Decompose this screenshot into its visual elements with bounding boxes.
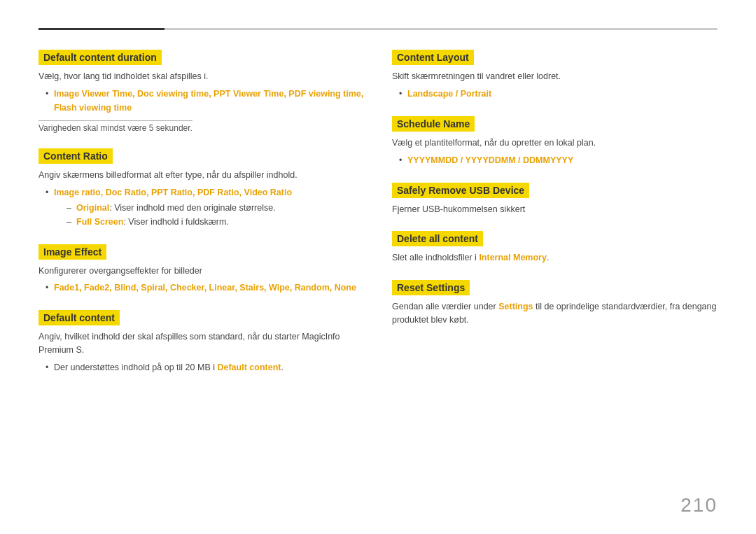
- section-intro-reset-settings: Gendan alle værdier under Settings til d…: [392, 300, 718, 327]
- divider-light: [164, 28, 718, 30]
- bullet-list-content-ratio: Image ratio, Doc Ratio, PPT Ratio, PDF R…: [38, 185, 364, 229]
- section-safely-remove-usb: Safely Remove USB Device Fjerner USB-huk…: [392, 183, 718, 216]
- section-intro-delete-all-content: Slet alle indholdsfiler i Internal Memor…: [392, 251, 718, 265]
- reset-intro-pre: Gendan alle værdier under: [392, 302, 498, 311]
- divider-dark: [38, 28, 164, 30]
- section-reset-settings: Reset Settings Gendan alle værdier under…: [392, 280, 718, 327]
- section-note-duration: Varigheden skal mindst være 5 sekunder.: [38, 120, 192, 133]
- section-title-content-ratio: Content Ratio: [38, 148, 113, 164]
- section-title-schedule-name: Schedule Name: [392, 116, 475, 132]
- bullet-list-image-effect: Fade1, Fade2, Blind, Spiral, Checker, Li…: [38, 281, 364, 295]
- date-formats-link: YYYYMMDD / YYYYDDMM / DDMMYYYY: [407, 155, 573, 165]
- section-title-default-content-duration: Default content duration: [38, 50, 162, 65]
- page-number: 210: [680, 494, 718, 517]
- original-text: : Viser indhold med den originale større…: [109, 203, 275, 213]
- default-content-bullet-pre: Der understøttes indhold på op til 20 MB…: [54, 363, 217, 372]
- original-label: Original: [76, 203, 109, 213]
- section-title-image-effect: Image Effect: [38, 244, 106, 260]
- section-intro-schedule-name: Vælg et plantitelformat, når du opretter…: [392, 136, 718, 150]
- section-intro-safely-remove-usb: Fjerner USB-hukommelsen sikkert: [392, 203, 718, 216]
- default-content-intro-text: Angiv, hvilket indhold der skal afspille…: [38, 332, 340, 355]
- section-intro-content-ratio: Angiv skærmens billedformat alt efter ty…: [38, 169, 364, 182]
- bullet-item-ratios: Image ratio, Doc Ratio, PPT Ratio, PDF R…: [46, 185, 364, 229]
- section-schedule-name: Schedule Name Vælg et plantitelformat, n…: [392, 116, 718, 167]
- fullscreen-text: : Viser indhold i fuldskærm.: [123, 217, 229, 227]
- ratios-link: Image ratio, Doc Ratio, PPT Ratio, PDF R…: [54, 188, 292, 197]
- section-title-safely-remove-usb: Safely Remove USB Device: [392, 183, 529, 198]
- section-title-reset-settings: Reset Settings: [392, 280, 470, 295]
- section-image-effect: Image Effect Konfigurerer overgangseffek…: [38, 244, 364, 295]
- page-container: Default content duration Vælg, hvor lang…: [0, 0, 756, 432]
- sub-item-original: Original: Viser indhold med den original…: [66, 201, 364, 215]
- right-column: Content Layout Skift skærmretningen til …: [392, 50, 718, 390]
- top-dividers: [38, 28, 718, 30]
- bullet-list-content-layout: Landscape / Portrait: [392, 87, 718, 101]
- viewer-times-link: Image Viewer Time, Doc viewing time, PPT…: [54, 89, 363, 113]
- bullet-list-default-content: Der understøttes indhold på op til 20 MB…: [38, 360, 364, 374]
- bullet-item-landscape-portrait: Landscape / Portrait: [399, 87, 718, 101]
- section-title-delete-all-content: Delete all content: [392, 231, 483, 246]
- section-content-ratio: Content Ratio Angiv skærmens billedforma…: [38, 148, 364, 229]
- content-columns: Default content duration Vælg, hvor lang…: [38, 50, 718, 390]
- effects-link: Fade1, Fade2, Blind, Spiral, Checker, Li…: [54, 283, 356, 293]
- section-title-default-content: Default content: [38, 310, 120, 325]
- section-intro-default-content: Angiv, hvilket indhold der skal afspille…: [38, 330, 364, 357]
- bullet-item-date-formats: YYYYMMDD / YYYYDDMM / DDMMYYYY: [399, 153, 718, 167]
- section-default-content-duration: Default content duration Vælg, hvor lang…: [38, 50, 364, 133]
- delete-intro-post: .: [547, 253, 549, 262]
- internal-memory-link: Internal Memory: [479, 253, 547, 262]
- bullet-item-default-content: Der understøttes indhold på op til 20 MB…: [46, 360, 364, 374]
- left-column: Default content duration Vælg, hvor lang…: [38, 50, 364, 390]
- section-intro-content-layout: Skift skærmretningen til vandret eller l…: [392, 70, 718, 83]
- fullscreen-label: Full Screen: [76, 217, 123, 227]
- sub-list-ratios: Original: Viser indhold med den original…: [54, 201, 364, 229]
- section-title-content-layout: Content Layout: [392, 50, 474, 65]
- bullet-item-viewer-times: Image Viewer Time, Doc viewing time, PPT…: [46, 87, 364, 115]
- section-content-layout: Content Layout Skift skærmretningen til …: [392, 50, 718, 101]
- section-intro-default-content-duration: Vælg, hvor lang tid indholdet skal afspi…: [38, 70, 364, 83]
- sub-item-fullscreen: Full Screen: Viser indhold i fuldskærm.: [66, 215, 364, 229]
- bullet-list-default-content-duration: Image Viewer Time, Doc viewing time, PPT…: [38, 87, 364, 115]
- delete-intro-pre: Slet alle indholdsfiler i: [392, 253, 479, 262]
- section-default-content: Default content Angiv, hvilket indhold d…: [38, 310, 364, 374]
- landscape-portrait-link: Landscape / Portrait: [407, 89, 491, 99]
- section-delete-all-content: Delete all content Slet alle indholdsfil…: [392, 231, 718, 265]
- section-intro-image-effect: Konfigurerer overgangseffekter for bille…: [38, 265, 364, 278]
- default-content-link: Default content: [217, 363, 281, 372]
- bullet-item-effects: Fade1, Fade2, Blind, Spiral, Checker, Li…: [46, 281, 364, 295]
- bullet-list-schedule-name: YYYYMMDD / YYYYDDMM / DDMMYYYY: [392, 153, 718, 167]
- settings-link: Settings: [498, 302, 533, 311]
- default-content-bullet-post: .: [281, 363, 283, 372]
